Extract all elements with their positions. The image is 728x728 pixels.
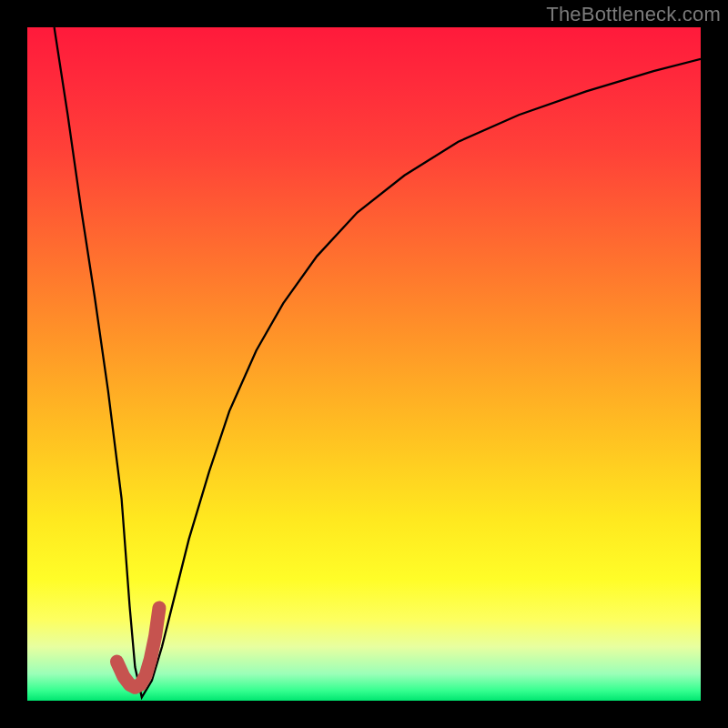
bottleneck-curve: [55, 27, 701, 697]
curve-layer: [27, 27, 701, 701]
chart-frame: TheBottleneck.com: [0, 0, 728, 728]
watermark-text: TheBottleneck.com: [546, 3, 721, 26]
plot-area: [27, 27, 701, 701]
